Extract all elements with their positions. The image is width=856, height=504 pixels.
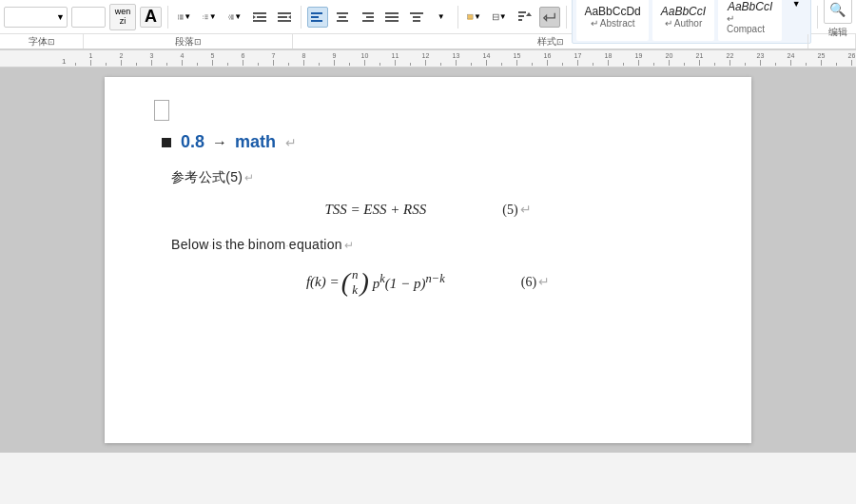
styles-expand-icon[interactable]: ⊡ [556, 37, 564, 47]
align-dropdown-button[interactable]: ▼ [431, 7, 452, 28]
bullet-square [162, 138, 171, 147]
ruler-mark: 25 [813, 52, 828, 66]
svg-rect-15 [230, 16, 234, 17]
search-button[interactable]: 🔍 [824, 0, 852, 24]
align-left-button[interactable] [307, 7, 328, 28]
align-justify-button[interactable] [381, 7, 402, 28]
ruler-mark: 0 [646, 55, 661, 66]
formula2-pk: pk(1 − p)n−k [373, 272, 445, 292]
svg-rect-30 [339, 16, 346, 18]
shading-button[interactable]: ▼ [463, 7, 485, 28]
ruler-mark: 0 [220, 55, 235, 66]
ruler-mark: 0 [554, 55, 570, 66]
ruler-mark: 0 [494, 55, 509, 66]
font-expand-icon[interactable]: ⊡ [48, 37, 55, 47]
border-button[interactable]: ▼ [489, 7, 511, 28]
indent-decrease-button[interactable] [274, 7, 295, 28]
svg-marker-25 [288, 15, 291, 19]
font-dropdown-icon[interactable]: ▼ [56, 12, 65, 22]
large-a-button[interactable]: A [140, 7, 162, 28]
styles-dropdown-button[interactable]: ▼ [786, 0, 807, 14]
formula1-pilcrow: ↵ [520, 203, 532, 217]
toolbar-top: ▼ 11 wenzi A ▼ 1.2.3. ▼ ▼ [0, 0, 856, 34]
ruler-mark: 16 [539, 52, 554, 66]
list-multi-dropdown[interactable]: ▼ [234, 12, 242, 21]
search-edit-group: 🔍 编辑 [824, 0, 852, 39]
list-number-button[interactable]: 1.2.3. ▼ [199, 7, 221, 28]
heading-number: 0.8 [181, 132, 204, 152]
svg-rect-36 [385, 16, 399, 18]
svg-rect-11 [204, 18, 207, 19]
align-center-button[interactable] [332, 7, 353, 28]
svg-rect-3 [179, 16, 183, 17]
ruler-mark: 24 [783, 52, 798, 66]
style-author-preview: AaBbCcI [661, 5, 706, 18]
ruler-mark: 5 [204, 52, 220, 66]
font-name-input[interactable] [7, 10, 54, 24]
ruler-mark: 0 [463, 55, 478, 66]
svg-rect-39 [413, 16, 420, 18]
svg-rect-31 [337, 20, 348, 22]
ruler-mark: 0 [402, 55, 418, 66]
font-name-selector[interactable]: ▼ [4, 7, 68, 28]
font-size-input[interactable]: 11 [71, 7, 106, 28]
ruler-mark: 0 [524, 55, 539, 66]
shading-dropdown[interactable]: ▼ [474, 12, 481, 21]
sort-button[interactable] [515, 7, 535, 28]
heading-pilcrow: ↵ [285, 135, 297, 150]
ruler-mark: 0 [98, 55, 113, 66]
para-expand-icon[interactable]: ⊡ [194, 37, 202, 47]
svg-rect-0 [178, 14, 179, 15]
list-multi-button[interactable]: ▼ [224, 7, 246, 28]
svg-rect-40 [413, 20, 420, 22]
para1-line: 参考公式(5)↵ [171, 169, 694, 186]
ruler-mark: 11 [387, 52, 402, 66]
svg-marker-48 [526, 12, 532, 16]
list-bullet-button[interactable]: ▼ [174, 7, 196, 28]
border-dropdown[interactable]: ▼ [499, 12, 507, 21]
heading-math: math [235, 132, 276, 152]
separator3 [457, 6, 458, 29]
para2-line: Below·is·the·binom·equation↵ [171, 237, 694, 252]
style-abstract-preview: AaBbCcDd [584, 5, 640, 18]
para2-pilcrow: ↵ [344, 239, 354, 252]
indent-increase-button[interactable] [249, 7, 270, 28]
ruler-mark: 1 [83, 52, 98, 66]
edit-group-label [808, 34, 856, 48]
ruler-mark: 23 [752, 52, 768, 66]
ruler-mark: 3 [144, 52, 159, 66]
list-number-dropdown[interactable]: ▼ [209, 12, 217, 21]
binom-close: ) [360, 269, 368, 296]
show-formatting-button[interactable] [539, 7, 560, 28]
svg-rect-1 [179, 14, 183, 15]
ruler-mark: 2 [113, 52, 128, 66]
ruler-mark: 9 [326, 52, 341, 66]
binom-open: ( [341, 269, 350, 296]
svg-rect-23 [278, 16, 287, 18]
para-group-label: 段落 ⊡ [84, 34, 293, 48]
list-bullet-dropdown[interactable]: ▼ [184, 12, 191, 21]
cursor-box [154, 100, 169, 121]
style-abstract-label: ↵ Abstract [591, 18, 635, 29]
svg-rect-41 [468, 14, 474, 19]
style-compact-label: ↵ Compact [727, 13, 773, 34]
wenzi-button[interactable]: wenzi [109, 4, 136, 30]
binom-n: n [352, 267, 359, 282]
ruler-mark: 0 [676, 55, 691, 66]
ruler-mark: 8 [296, 52, 311, 66]
svg-text:3.: 3. [203, 17, 204, 19]
ruler-mark: 0 [341, 55, 357, 66]
align-right-button[interactable] [357, 7, 378, 28]
document-area: 0.8 → math ↵ 参考公式(5)↵ TSS = ESS + RSS (5… [0, 68, 856, 453]
align-special-button[interactable] [406, 7, 427, 28]
separator [167, 6, 168, 29]
svg-rect-33 [366, 16, 374, 18]
ruler-mark: 0 [128, 55, 144, 66]
svg-rect-34 [362, 20, 374, 22]
svg-marker-21 [253, 15, 256, 19]
separator2 [301, 6, 302, 29]
svg-rect-14 [228, 16, 229, 17]
ruler-mark: 0 [768, 55, 783, 66]
ruler-mark: 0 [433, 55, 448, 66]
svg-rect-45 [518, 11, 526, 13]
